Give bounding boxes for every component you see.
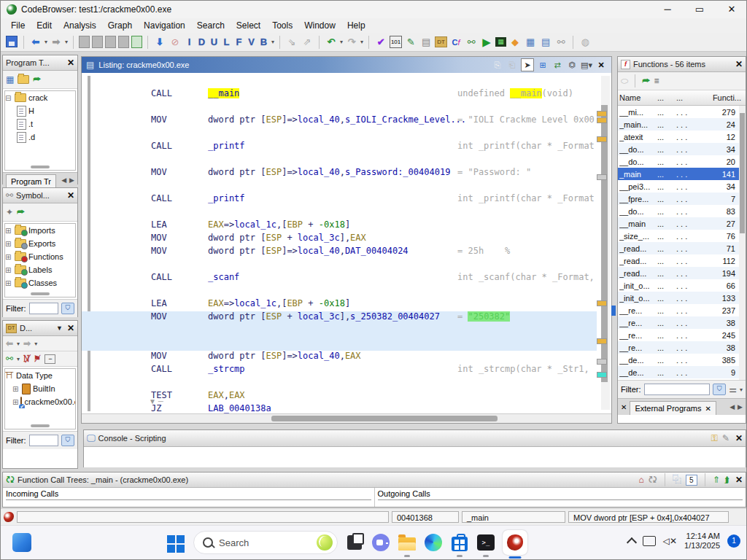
- table-row[interactable]: __re....... . .38: [618, 316, 746, 329]
- table-row[interactable]: _init_o....... . .66: [618, 279, 746, 292]
- toolbar-letter-v[interactable]: V: [246, 36, 257, 47]
- listing-line[interactable]: CALL_scanfint _scanf(char * _Format,: [82, 272, 597, 285]
- paste-icon[interactable]: ⎗: [506, 59, 518, 71]
- redo-button[interactable]: ↷: [345, 36, 358, 49]
- taskbar-search[interactable]: Search: [193, 531, 338, 554]
- functions-filter-input[interactable]: [644, 384, 711, 395]
- console-output[interactable]: [84, 447, 746, 467]
- depth-count[interactable]: 5: [686, 475, 697, 486]
- table-export-icon[interactable]: ▤: [539, 36, 552, 49]
- teams-chat-button[interactable]: [371, 533, 390, 552]
- listing-hscroll-thumb[interactable]: [271, 416, 498, 421]
- table-row[interactable]: __mi....... . .279: [618, 106, 746, 118]
- menu-file[interactable]: File: [5, 19, 31, 32]
- start-button[interactable]: [167, 533, 186, 552]
- menu-help[interactable]: Help: [341, 19, 371, 32]
- tray-expand-icon[interactable]: [627, 537, 637, 548]
- listing-line[interactable]: [82, 324, 597, 338]
- minimize-button[interactable]: ─: [651, 1, 684, 18]
- notification-badge[interactable]: 1: [727, 534, 740, 548]
- program-options-icon[interactable]: [92, 36, 103, 48]
- h-scroll-dash[interactable]: [31, 292, 50, 295]
- dtm-assoc-icon[interactable]: ⚯: [6, 353, 13, 365]
- stamp-icon[interactable]: ✦: [6, 206, 13, 218]
- tab-program-tree[interactable]: Program Tr: [6, 174, 56, 188]
- bytes-view-icon[interactable]: 101: [390, 36, 402, 48]
- incoming-calls-pane[interactable]: Incoming Calls: [3, 488, 375, 507]
- table-row[interactable]: __pei3....... . .34: [618, 180, 746, 192]
- expand-outgoing-icon[interactable]: ⮭: [724, 474, 729, 486]
- tab-scroll-right-icon[interactable]: ▶: [69, 176, 74, 184]
- expand-icon[interactable]: ⊞: [12, 398, 18, 406]
- terminal-button[interactable]: >_: [476, 533, 495, 552]
- refresh-icon[interactable]: 🗘: [649, 474, 657, 486]
- memory-map-icon[interactable]: [79, 36, 90, 48]
- forward-dropdown[interactable]: ▾: [65, 39, 68, 45]
- snapshot-camera-icon[interactable]: ⏣: [566, 59, 578, 71]
- listing-line[interactable]: [82, 338, 597, 351]
- script-manager-icon[interactable]: ✎: [404, 36, 417, 49]
- scroll-lock-icon[interactable]: ⚿: [711, 432, 718, 444]
- toolbar-letter-f[interactable]: F: [233, 36, 244, 47]
- filter-dropdown-icon[interactable]: ▾: [740, 386, 743, 393]
- depth-window-icon[interactable]: ⿻: [673, 474, 681, 486]
- listing-body[interactable]: → CALL__mainundefined __main(void)MOVdwo…: [82, 73, 611, 416]
- maximize-button[interactable]: ▭: [684, 1, 716, 18]
- table-row[interactable]: __de....... . .9: [618, 366, 746, 378]
- expand-icon[interactable]: ⊞: [5, 227, 12, 235]
- menu-analysis[interactable]: Analysis: [58, 19, 102, 32]
- table-row[interactable]: __do....... . .34: [618, 143, 746, 155]
- snapshot-icon[interactable]: [131, 36, 142, 48]
- dtm-close-icon[interactable]: ✕: [67, 323, 74, 333]
- toolbar-letter-i[interactable]: I: [184, 36, 195, 47]
- menu-select[interactable]: Select: [231, 19, 266, 32]
- expand-icon[interactable]: ⊞: [5, 279, 12, 287]
- table-row[interactable]: _init_o....... . .133: [618, 292, 746, 304]
- toolbar-letter-b[interactable]: B: [258, 36, 269, 47]
- goto-tree-icon[interactable]: ⮫: [33, 74, 41, 85]
- listing-line[interactable]: CALL_printfint _printf(char * _Format: [82, 193, 597, 206]
- data-window-icon[interactable]: [105, 36, 116, 48]
- tree-row-archive[interactable]: ⊞✔crackme0x00.exe: [5, 395, 75, 408]
- edge-button[interactable]: [424, 533, 443, 552]
- hidden-tab-close-icon[interactable]: ✕: [621, 403, 627, 411]
- table-row[interactable]: __fpre....... . .7: [618, 192, 746, 205]
- menu-graph[interactable]: Graph: [102, 19, 138, 32]
- outgoing-calls-pane[interactable]: Outgoing Calls: [375, 488, 746, 507]
- symbol-tree-close-icon[interactable]: ✕: [67, 190, 74, 201]
- undo-button[interactable]: ↶: [325, 36, 338, 49]
- table-row[interactable]: __re....... . .237: [618, 304, 746, 316]
- letter-dropdown[interactable]: ▾: [271, 39, 274, 45]
- menu-tools[interactable]: Tools: [266, 19, 298, 32]
- listing-options-icon[interactable]: ▤▾: [581, 59, 592, 71]
- run-icon[interactable]: ▶: [480, 36, 493, 49]
- go-to-button[interactable]: ⬇: [153, 36, 166, 49]
- expand-icon[interactable]: ⊞: [5, 253, 12, 261]
- table-row[interactable]: __main.... . .27: [618, 217, 746, 230]
- muted-speaker-icon[interactable]: ◁✕: [663, 536, 677, 546]
- listing-line[interactable]: CALL__mainundefined __main(void): [82, 88, 597, 101]
- tree-row-classes[interactable]: ⊞Classes: [5, 276, 75, 289]
- menu-search[interactable]: Search: [191, 19, 231, 32]
- redo-dropdown[interactable]: ▾: [360, 39, 363, 45]
- symbol-filter-input[interactable]: [29, 303, 59, 314]
- collapse-icon[interactable]: ⊟: [5, 94, 12, 102]
- listing-line[interactable]: MOVdword ptr [ESP]=>local_40,s_IOLI_Crac…: [82, 114, 597, 128]
- functions-close-icon[interactable]: ✕: [735, 59, 743, 69]
- expand-icon[interactable]: ⊞: [12, 385, 20, 393]
- listing-hscrollbar[interactable]: [82, 413, 611, 423]
- tab-scroll-left-icon[interactable]: ◀: [61, 176, 66, 184]
- task-view-button[interactable]: [345, 533, 364, 552]
- h-scroll-dash[interactable]: [31, 166, 50, 168]
- dtm-menu-icon[interactable]: ▼: [56, 322, 63, 334]
- dtm-filter-options-icon[interactable]: ⛉: [61, 435, 74, 446]
- ghidra-taskbar-button[interactable]: [503, 530, 527, 555]
- tree-row-exports[interactable]: ⊞Exports: [5, 237, 75, 250]
- close-button[interactable]: ✕: [716, 1, 747, 18]
- back-button[interactable]: ⬅: [29, 36, 42, 49]
- functions-vscroll-thumb[interactable]: [740, 113, 745, 233]
- file-explorer-button[interactable]: [398, 533, 417, 552]
- console-close-icon[interactable]: ✕: [735, 433, 743, 443]
- listing-line[interactable]: LEAEAX=>local_1c,[EBP + -0x18]: [82, 219, 597, 233]
- tree-row-section[interactable]: .t: [5, 117, 75, 131]
